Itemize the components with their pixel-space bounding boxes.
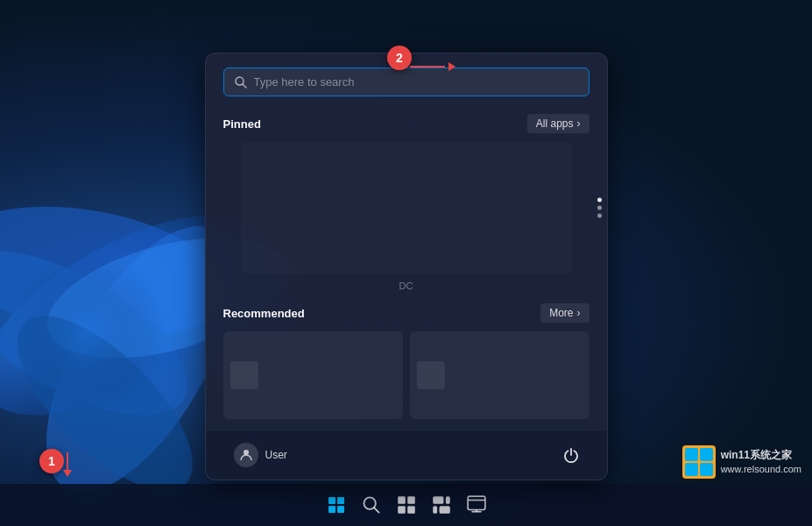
pinned-header: Pinned All apps › [206,107,607,142]
arrow-line [410,66,445,68]
watermark-line1: win11系统之家 [721,449,801,463]
step1-badge: 1 [39,449,64,473]
watermark-logo [682,445,716,479]
down-arrow-icon [63,452,72,477]
rec-item[interactable] [410,331,590,419]
step1-arrow [63,452,72,477]
svg-rect-15 [407,506,415,514]
svg-point-6 [9,254,166,412]
svg-rect-18 [433,506,437,514]
taskbar-task-view-button[interactable] [391,489,422,521]
user-info[interactable]: User [227,439,294,471]
scroll-dot-active [597,198,602,203]
rec-item-icon [417,361,445,389]
scroll-dot [597,214,602,218]
search-icon [235,76,247,89]
win-logo-sq [337,506,344,513]
svg-rect-20 [468,496,485,509]
svg-point-5 [0,288,220,491]
recommended-header: Recommended More › [206,296,607,331]
all-apps-chevron: › [577,117,581,130]
svg-rect-28 [700,463,713,476]
user-name: User [265,449,287,461]
more-label: More [549,307,573,319]
all-apps-button[interactable]: All apps › [527,114,590,133]
scroll-dots [597,198,602,218]
start-menu-bottom: User [206,430,607,480]
step2-badge: 2 [387,46,412,70]
win-logo-sq [328,497,335,504]
svg-rect-26 [700,448,713,461]
taskbar-widgets-button[interactable] [426,489,457,521]
svg-rect-19 [439,506,449,514]
widgets-icon [432,495,451,515]
power-button[interactable] [556,440,586,470]
watermark: win11系统之家 www.relsound.com [682,445,801,479]
svg-rect-27 [685,463,698,476]
search-bar[interactable] [223,68,590,96]
win-logo-sq [328,506,335,513]
svg-rect-25 [685,448,698,461]
svg-point-1 [0,187,237,356]
svg-rect-14 [398,506,406,514]
arrow-head [448,62,455,71]
desktop: Pinned All apps › DC Recommended More › [0,0,812,526]
start-menu: Pinned All apps › DC Recommended More › [205,53,608,480]
rec-item-icon [230,361,258,389]
browser-icon [467,495,486,515]
windows-logo-icon [328,497,344,513]
more-button[interactable]: More › [540,303,589,323]
step2-arrow [410,62,455,71]
dc-label: DC [206,274,607,296]
recommended-title: Recommended [223,307,305,320]
start-button[interactable] [321,489,352,521]
svg-rect-17 [445,496,449,504]
user-avatar [234,443,258,467]
taskbar-search-button[interactable] [356,489,387,521]
search-input[interactable] [254,75,578,89]
rec-item[interactable] [223,331,403,419]
watermark-line2: www.relsound.com [721,463,801,475]
svg-rect-12 [398,496,406,504]
taskbar-center [321,489,492,521]
taskbar-search-icon [362,495,381,515]
scroll-dot [597,206,602,210]
task-view-icon [397,495,416,515]
pinned-title: Pinned [223,117,261,131]
svg-rect-16 [433,496,443,504]
svg-line-8 [243,84,246,88]
arrow-head [63,470,72,477]
win-logo-sq [337,497,344,504]
more-chevron: › [577,307,581,319]
pinned-grid [241,142,572,274]
svg-line-11 [374,508,379,513]
arrow-line [67,452,68,470]
all-apps-label: All apps [536,117,574,130]
taskbar-browser-button[interactable] [461,489,492,521]
taskbar [0,484,812,526]
svg-rect-13 [407,496,415,504]
watermark-text: win11系统之家 www.relsound.com [721,449,801,475]
svg-point-3 [0,218,212,449]
recommended-grid [223,331,590,419]
svg-point-9 [244,450,249,455]
